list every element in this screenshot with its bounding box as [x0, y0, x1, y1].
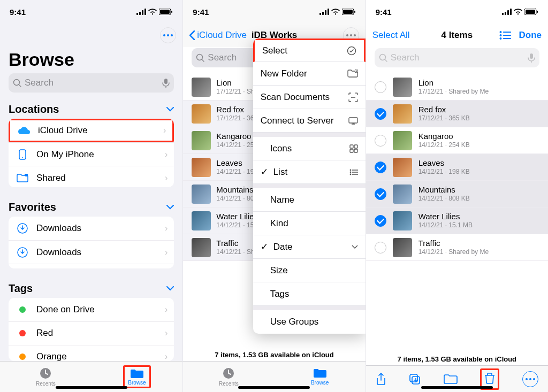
move-folder-icon[interactable] [444, 374, 458, 385]
menu-scan-documents[interactable]: Scan Documents [253, 86, 366, 109]
selection-checkbox[interactable] [375, 108, 386, 120]
selection-checkbox[interactable] [375, 135, 386, 147]
file-row[interactable]: Water Lilies 14/12/21 · 15.1 MB [366, 207, 548, 234]
menu-sort-kind[interactable]: Kind [253, 212, 366, 235]
list-icon [349, 169, 358, 175]
home-indicator[interactable] [238, 386, 310, 389]
svg-rect-20 [322, 12, 324, 15]
favorite-downloads[interactable]: Downloads› [9, 264, 174, 268]
wifi-icon [514, 9, 522, 15]
search-bar[interactable] [9, 73, 174, 93]
menu-connect-server[interactable]: Connect to Server [253, 109, 366, 133]
file-row[interactable]: Red fox 17/12/21 · 365 KB [366, 101, 548, 127]
file-subtitle: 14/12/21 · 15.1 MB [418, 221, 473, 229]
footer-info: 7 items, 1.53 GB available on iCloud [183, 344, 365, 361]
menu-sort-size[interactable]: Size [253, 259, 366, 282]
menu-sort-name[interactable]: Name [253, 188, 366, 212]
menu-sort-date[interactable]: ✓Date [253, 235, 366, 259]
selection-checkbox[interactable] [375, 81, 386, 93]
home-indicator[interactable] [56, 386, 127, 389]
search-input[interactable] [25, 78, 159, 88]
file-subtitle: 14/12/21 · 808 KB [418, 195, 470, 202]
svg-rect-54 [530, 53, 533, 59]
svg-rect-21 [325, 10, 326, 15]
nav-bar: Select All 4 Items Done [366, 24, 548, 47]
file-thumbnail [393, 211, 412, 230]
more-button[interactable] [160, 27, 176, 43]
file-title: Water Lilies [418, 212, 473, 221]
file-row[interactable]: Lion 17/12/21 · Shared by Me [366, 74, 548, 101]
menu-sort-tags[interactable]: Tags [253, 282, 366, 306]
svg-point-51 [500, 37, 502, 40]
menu-select[interactable]: Select [253, 39, 366, 62]
section-locations[interactable]: Locations [0, 99, 182, 119]
selection-checkbox[interactable] [375, 242, 386, 253]
list-icon[interactable] [499, 31, 511, 40]
svg-rect-36 [354, 145, 357, 148]
home-indicator[interactable] [421, 386, 493, 389]
section-favorites[interactable]: Favorites [0, 197, 182, 217]
tag-item[interactable]: Red› [9, 321, 174, 345]
selection-checkbox[interactable] [375, 188, 386, 200]
chevron-down-icon [352, 245, 358, 249]
tag-dot-icon [19, 330, 26, 336]
folder-shared-icon [17, 174, 28, 182]
cellular-icon [502, 9, 512, 15]
status-time: 9:41 [376, 7, 392, 17]
menu-label: Connect to Server [261, 116, 334, 126]
search-input[interactable] [391, 52, 524, 63]
grid-icon [349, 144, 358, 153]
search-bar[interactable] [375, 48, 539, 67]
iphone-icon [19, 149, 26, 160]
trash-icon[interactable] [484, 372, 495, 384]
back-button[interactable]: iCloud Drive [189, 30, 247, 41]
tab-label: Recents [36, 381, 56, 387]
selection-checkbox[interactable] [375, 215, 386, 227]
location-on-my-iphone[interactable]: On My iPhone › [9, 142, 174, 166]
favorite-downloads[interactable]: Downloads› [9, 217, 174, 240]
clock-icon [39, 367, 52, 380]
favorite-downloads[interactable]: Downloads› [9, 240, 174, 264]
location-icloud-drive[interactable]: iCloud Drive › [9, 119, 174, 142]
battery-icon [524, 9, 538, 15]
section-tags[interactable]: Tags [0, 278, 182, 298]
file-row[interactable]: Mountains 14/12/21 · 808 KB [366, 181, 548, 207]
menu-use-groups[interactable]: Use Groups [253, 310, 366, 334]
file-thumbnail [393, 78, 412, 97]
share-icon[interactable] [376, 373, 386, 386]
chevron-down-icon [166, 205, 174, 210]
file-row[interactable]: Leaves 14/12/21 · 198 KB [366, 154, 548, 181]
file-subtitle: 17/12/21 · Shared by Me [418, 88, 489, 95]
menu-label: Date [273, 242, 293, 252]
menu-new-folder[interactable]: New Folder [253, 62, 366, 86]
file-title: Lion [418, 78, 489, 88]
wifi-icon [148, 9, 157, 15]
favorite-label: Downloads [36, 247, 158, 258]
file-row[interactable]: Kangaroo 14/12/21 · 254 KB [366, 127, 548, 154]
menu-icons-view[interactable]: Icons [253, 137, 366, 160]
tag-item[interactable]: Done on Drive› [9, 298, 174, 321]
mic-icon[interactable] [528, 53, 535, 63]
file-thumbnail [192, 238, 211, 257]
back-label: iCloud Drive [197, 30, 247, 41]
more-button[interactable] [522, 371, 538, 387]
file-row[interactable]: Traffic 14/12/21 · Shared by Me [366, 234, 548, 261]
menu-list-view[interactable]: ✓List [253, 160, 366, 184]
selection-checkbox[interactable] [375, 162, 386, 173]
view-options-popover: Select New Folder Scan Documents Connect… [253, 39, 366, 334]
section-label: Tags [9, 282, 33, 295]
page-title: Browse [0, 47, 182, 73]
file-subtitle: 14/12/21 · Shared by Me [418, 248, 489, 256]
folder-icon [130, 368, 144, 379]
status-icons [136, 9, 173, 15]
menu-label: Name [261, 195, 294, 205]
mic-icon[interactable] [162, 78, 170, 88]
done-button[interactable]: Done [519, 30, 542, 41]
location-shared[interactable]: Shared › [9, 166, 174, 187]
section-label: Favorites [9, 201, 56, 213]
cloud-icon [18, 126, 31, 135]
duplicate-icon[interactable] [409, 373, 421, 385]
tag-item[interactable]: Orange› [9, 345, 174, 361]
select-all-button[interactable]: Select All [372, 30, 410, 41]
search-icon [379, 53, 387, 62]
